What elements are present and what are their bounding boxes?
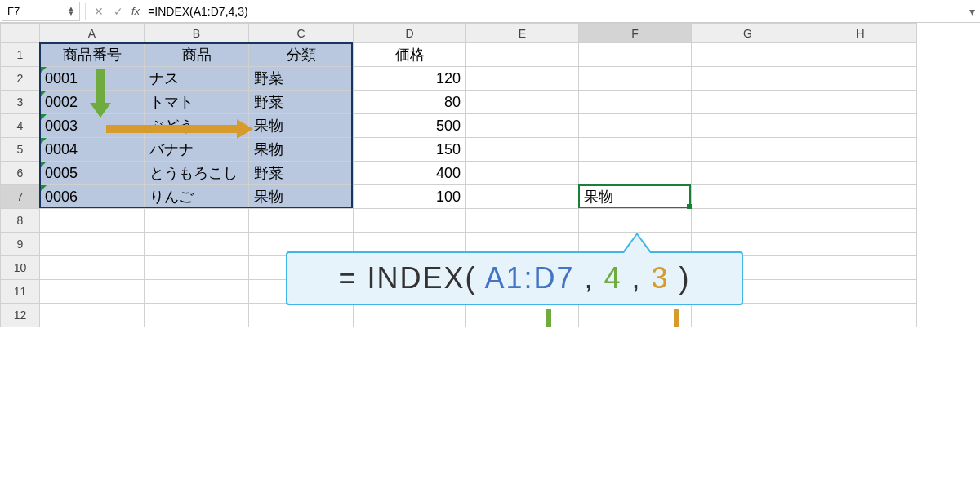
cell-C5[interactable]: 果物 (249, 138, 354, 162)
cell-D2[interactable]: 120 (354, 67, 466, 91)
cell-F5[interactable] (579, 138, 692, 162)
arrow-down-green-icon (541, 309, 557, 327)
cell-B3[interactable]: トマト (145, 91, 249, 114)
cell-A1[interactable]: 商品番号 (40, 43, 145, 67)
cell-H1[interactable] (804, 43, 917, 67)
cell-F7[interactable]: 果物 (579, 185, 692, 209)
name-box[interactable]: F7 ▲ ▼ (2, 2, 80, 21)
cell-E3[interactable] (466, 91, 579, 114)
row-header-7[interactable]: 7 (1, 185, 40, 209)
select-all-corner[interactable] (1, 24, 40, 43)
cell-E6[interactable] (466, 162, 579, 185)
row-header-8[interactable]: 8 (1, 209, 40, 233)
cell-E1[interactable] (466, 43, 579, 67)
formula-bar: F7 ▲ ▼ ✕ ✓ fx =INDEX(A1:D7,4,3) ▾ (0, 0, 980, 23)
spreadsheet-grid[interactable]: A B C D E F G H 1 商品番号 商品 分類 価格 2 0001 ナ… (0, 23, 980, 327)
confirm-formula-button[interactable]: ✓ (109, 5, 128, 18)
chevron-down-icon[interactable]: ▼ (68, 11, 74, 16)
cell-G4[interactable] (692, 114, 804, 138)
row-header-3[interactable]: 3 (1, 91, 40, 114)
cell-F6[interactable] (579, 162, 692, 185)
cell-G2[interactable] (692, 67, 804, 91)
cell-A8[interactable] (40, 209, 145, 233)
column-header-H[interactable]: H (804, 24, 917, 43)
formula-callout: = INDEX( A1:D7 , 4 , 3 ) ４行目 ３列目 (286, 251, 743, 327)
cell-H6[interactable] (804, 162, 917, 185)
cell-H5[interactable] (804, 138, 917, 162)
cell-H7[interactable] (804, 185, 917, 209)
cell-F1[interactable] (579, 43, 692, 67)
row-header-10[interactable]: 10 (1, 256, 40, 280)
cell-C1[interactable]: 分類 (249, 43, 354, 67)
row-header-12[interactable]: 12 (1, 304, 40, 327)
cell-G1[interactable] (692, 43, 804, 67)
divider (85, 3, 86, 20)
fx-icon[interactable]: fx (128, 5, 143, 17)
cell-F4[interactable] (579, 114, 692, 138)
cell-F3[interactable] (579, 91, 692, 114)
cell-D7[interactable]: 100 (354, 185, 466, 209)
row-header-5[interactable]: 5 (1, 138, 40, 162)
cell-A7[interactable]: 0006 (40, 185, 145, 209)
column-header-F[interactable]: F (579, 24, 692, 43)
cell-E5[interactable] (466, 138, 579, 162)
cell-D4[interactable]: 500 (354, 114, 466, 138)
name-box-value: F7 (7, 5, 65, 17)
cell-E4[interactable] (466, 114, 579, 138)
column-header-G[interactable]: G (692, 24, 804, 43)
cell-F2[interactable] (579, 67, 692, 91)
cell-A5[interactable]: 0004 (40, 138, 145, 162)
cell-E7[interactable] (466, 185, 579, 209)
cell-B2[interactable]: ナス (145, 67, 249, 91)
cell-A2[interactable]: 0001 (40, 67, 145, 91)
cell-C6[interactable]: 野菜 (249, 162, 354, 185)
cell-C2[interactable]: 野菜 (249, 67, 354, 91)
cell-G6[interactable] (692, 162, 804, 185)
row-header-6[interactable]: 6 (1, 162, 40, 185)
cell-A3[interactable]: 0002 (40, 91, 145, 114)
name-box-stepper[interactable]: ▲ ▼ (68, 7, 74, 16)
cell-B5[interactable]: バナナ (145, 138, 249, 162)
expand-formula-bar-button[interactable]: ▾ (964, 5, 980, 18)
callout-row-arg: 4 (604, 261, 622, 295)
column-header-D[interactable]: D (354, 24, 466, 43)
row-header-9[interactable]: 9 (1, 233, 40, 256)
cell-D5[interactable]: 150 (354, 138, 466, 162)
row-header-1[interactable]: 1 (1, 43, 40, 67)
formula-callout-box: = INDEX( A1:D7 , 4 , 3 ) (286, 251, 743, 305)
column-header-B[interactable]: B (145, 24, 249, 43)
formula-input[interactable]: =INDEX(A1:D7,4,3) (143, 5, 964, 18)
cell-G7[interactable] (692, 185, 804, 209)
cell-B6[interactable]: とうもろこし (145, 162, 249, 185)
cell-C3[interactable]: 野菜 (249, 91, 354, 114)
cell-H2[interactable] (804, 67, 917, 91)
callout-eq: = INDEX( (338, 261, 484, 295)
cell-A6[interactable]: 0005 (40, 162, 145, 185)
row-header-4[interactable]: 4 (1, 114, 40, 138)
cell-B1[interactable]: 商品 (145, 43, 249, 67)
cell-G5[interactable] (692, 138, 804, 162)
cell-C4[interactable]: 果物 (249, 114, 354, 138)
cell-D1[interactable]: 価格 (354, 43, 466, 67)
cancel-formula-button[interactable]: ✕ (89, 5, 109, 18)
row-header-11[interactable]: 11 (1, 280, 40, 304)
callout-range: A1:D7 (484, 261, 574, 295)
callout-col-arg: 3 (652, 261, 670, 295)
cell-B7[interactable]: りんご (145, 185, 249, 209)
row-header-2[interactable]: 2 (1, 67, 40, 91)
arrow-down-orange-icon (668, 309, 684, 327)
column-header-A[interactable]: A (40, 24, 145, 43)
svg-rect-6 (674, 309, 679, 327)
cell-B4[interactable]: ぶどう (145, 114, 249, 138)
cell-G3[interactable] (692, 91, 804, 114)
cell-A4[interactable]: 0003 (40, 114, 145, 138)
cell-D6[interactable]: 400 (354, 162, 466, 185)
cell-D3[interactable]: 80 (354, 91, 466, 114)
cell-H4[interactable] (804, 114, 917, 138)
cell-H3[interactable] (804, 91, 917, 114)
cell-E2[interactable] (466, 67, 579, 91)
cell-C7[interactable]: 果物 (249, 185, 354, 209)
column-header-C[interactable]: C (249, 24, 354, 43)
svg-rect-4 (546, 309, 551, 327)
column-header-E[interactable]: E (466, 24, 579, 43)
